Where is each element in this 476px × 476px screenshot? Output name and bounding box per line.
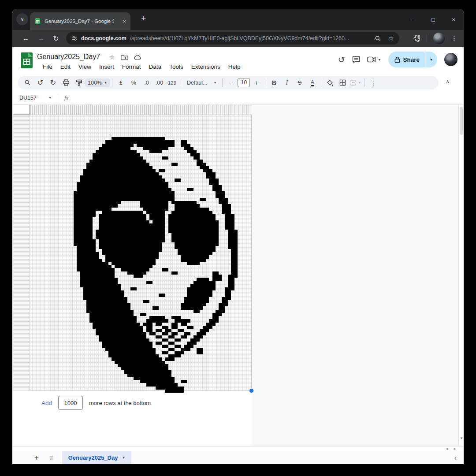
- add-rows-label: more rows at the bottom: [89, 400, 151, 406]
- tab-close-icon[interactable]: ×: [123, 18, 126, 25]
- borders-icon[interactable]: [336, 79, 349, 86]
- paint-format-icon[interactable]: [72, 79, 85, 86]
- horizontal-scrollbar[interactable]: ◄ ►: [12, 446, 464, 451]
- search-icon[interactable]: [375, 35, 381, 42]
- text-color-button[interactable]: A: [306, 79, 319, 86]
- redo-icon[interactable]: ↻: [47, 78, 60, 87]
- scroll-right-icon[interactable]: ►: [453, 447, 457, 451]
- strikethrough-button[interactable]: S: [293, 79, 306, 86]
- add-rows-button[interactable]: Add: [41, 400, 52, 406]
- grid-end-handle[interactable]: [249, 388, 254, 393]
- more-formats-button[interactable]: 123: [166, 80, 178, 86]
- browser-profile-avatar[interactable]: [433, 33, 445, 44]
- collapse-toolbar-icon[interactable]: ∧: [446, 78, 450, 85]
- divider: [181, 78, 181, 87]
- more-toolbar-kebab-icon[interactable]: ⋮: [367, 79, 379, 86]
- format-percent-button[interactable]: %: [127, 80, 140, 86]
- zoom-value: 100%: [88, 80, 102, 86]
- divider: [112, 78, 112, 87]
- document-title[interactable]: Genuary2025_Day7: [37, 53, 100, 61]
- increase-decimal-button[interactable]: .00: [153, 80, 166, 86]
- tab-search-button[interactable]: ∨: [16, 13, 28, 25]
- decrease-font-size-button[interactable]: −: [225, 79, 238, 86]
- tab-title: Genuary2025_Day7 - Google Sh: [45, 19, 114, 24]
- reload-icon[interactable]: ↻: [48, 34, 63, 43]
- menu-file[interactable]: File: [39, 63, 56, 71]
- chevron-down-icon[interactable]: ▼: [48, 96, 52, 99]
- spreadsheet-grid[interactable]: [30, 115, 252, 390]
- column-headers[interactable]: [30, 105, 252, 115]
- all-sheets-menu-icon[interactable]: ≡: [49, 454, 53, 461]
- vertical-scrollbar[interactable]: ▼: [458, 105, 464, 446]
- share-dropdown-button[interactable]: ▼: [425, 57, 437, 62]
- fill-color-icon[interactable]: [324, 79, 336, 86]
- minimize-icon[interactable]: –: [403, 16, 423, 23]
- menu-extensions[interactable]: Extensions: [187, 63, 224, 71]
- address-bar[interactable]: docs.google.com/spreadsheets/d/1I07LqYkM…: [66, 32, 399, 45]
- sheet-tab-active[interactable]: Genuary2025_Day ▼: [62, 451, 132, 464]
- undo-icon[interactable]: ↺: [34, 78, 47, 87]
- menu-data[interactable]: Data: [145, 63, 166, 71]
- divider: [222, 78, 223, 87]
- share-button[interactable]: Share: [388, 56, 425, 63]
- row-headers[interactable]: [13, 115, 30, 390]
- merge-cells-icon[interactable]: ▼: [349, 79, 362, 86]
- menu-format[interactable]: Format: [118, 63, 145, 71]
- url-path: /spreadsheets/d/1I07LqYkM7TyHIE0-agijSbL…: [130, 35, 350, 41]
- meet-button[interactable]: ▼: [367, 56, 381, 63]
- site-info-icon[interactable]: [71, 35, 78, 41]
- chevron-down-icon: ▼: [104, 81, 107, 84]
- print-icon[interactable]: [60, 79, 72, 86]
- toolbar-search-icon[interactable]: [21, 79, 34, 86]
- menu-insert[interactable]: Insert: [95, 63, 118, 71]
- menu-tools[interactable]: Tools: [165, 63, 187, 71]
- name-box[interactable]: DU157: [12, 95, 48, 101]
- menu-edit[interactable]: Edit: [56, 63, 74, 71]
- chevron-down-icon[interactable]: ▼: [122, 456, 125, 460]
- share-label: Share: [403, 56, 420, 63]
- account-avatar[interactable]: [444, 53, 457, 66]
- extensions-puzzle-icon[interactable]: [413, 35, 420, 42]
- vertical-scrollbar-thumb[interactable]: [460, 107, 463, 135]
- zoom-select[interactable]: 100% ▼: [85, 78, 110, 87]
- font-size-input[interactable]: 10: [238, 78, 250, 87]
- lock-icon: [394, 56, 400, 63]
- formula-input[interactable]: [68, 91, 464, 104]
- font-name: Defaul...: [187, 80, 208, 86]
- increase-font-size-button[interactable]: +: [250, 79, 263, 86]
- scroll-left-icon[interactable]: ◄: [445, 447, 449, 451]
- divider: [321, 78, 321, 87]
- new-tab-button[interactable]: +: [141, 14, 146, 23]
- divider: [265, 78, 265, 87]
- format-currency-button[interactable]: £: [115, 80, 127, 86]
- collapse-panel-icon[interactable]: ‹: [454, 454, 457, 462]
- menu-view[interactable]: View: [74, 63, 95, 71]
- font-select[interactable]: Defaul... ▼: [183, 80, 220, 86]
- fx-icon: fx: [64, 94, 68, 101]
- browser-menu-kebab-icon[interactable]: ⋮: [451, 34, 457, 42]
- menu-help[interactable]: Help: [224, 63, 245, 71]
- back-icon[interactable]: ←: [19, 34, 33, 42]
- move-folder-icon[interactable]: [121, 54, 128, 60]
- browser-window: ∨ Genuary2025_Day7 - Google Sh × + – □ ×…: [12, 9, 464, 464]
- select-all-corner[interactable]: [13, 105, 30, 115]
- scroll-down-icon[interactable]: ▼: [459, 436, 464, 440]
- sheets-logo-icon[interactable]: [21, 52, 33, 68]
- toolbar: ↺ ↻ 100% ▼ £ % .0 .00 123 Defaul... ▼ − …: [18, 76, 439, 89]
- star-document-icon[interactable]: ☆: [109, 54, 115, 61]
- add-rows-count-input[interactable]: [58, 396, 83, 410]
- chevron-down-icon: ▼: [378, 58, 381, 61]
- chevron-down-icon: ∨: [20, 16, 24, 22]
- forward-icon[interactable]: →: [33, 34, 48, 42]
- cloud-status-icon[interactable]: [134, 55, 142, 60]
- version-history-icon[interactable]: ↺: [338, 55, 345, 65]
- browser-tab[interactable]: Genuary2025_Day7 - Google Sh ×: [30, 12, 130, 30]
- bold-button[interactable]: B: [268, 79, 280, 86]
- comment-icon[interactable]: [352, 56, 360, 63]
- bookmark-star-icon[interactable]: ☆: [388, 34, 394, 42]
- decrease-decimal-button[interactable]: .0: [140, 80, 153, 86]
- add-sheet-button[interactable]: +: [34, 454, 39, 462]
- close-icon[interactable]: ×: [443, 16, 464, 23]
- italic-button[interactable]: I: [280, 79, 293, 86]
- maximize-icon[interactable]: □: [423, 16, 443, 23]
